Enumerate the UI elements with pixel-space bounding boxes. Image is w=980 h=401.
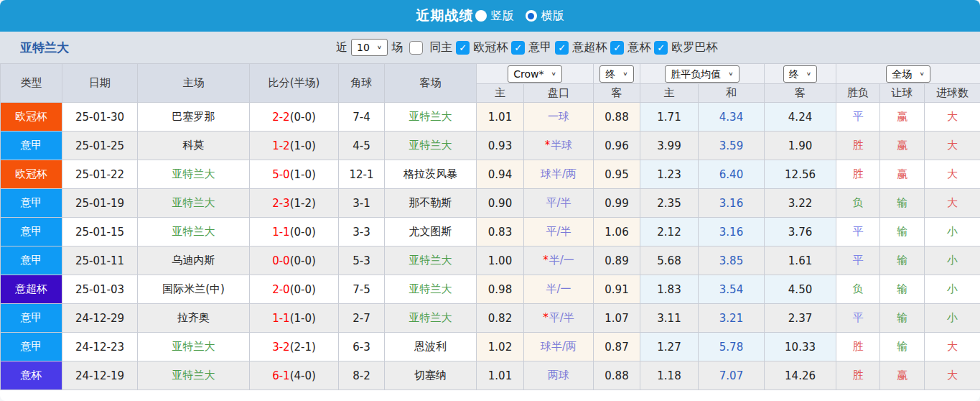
match-date: 25-01-15 <box>62 218 138 246</box>
handicap: *半/一 <box>524 246 594 275</box>
score-cell: 5-0(1-0) <box>250 160 339 189</box>
match-row: 意甲24-12-23亚特兰大3-2(2-1)6-3恩波利1.02球半/两0.87… <box>1 333 980 361</box>
avg-away-odds: 10.33 <box>765 333 836 361</box>
layout-radio-vertical-label[interactable]: 竖版 <box>491 9 514 24</box>
handicap: 两球 <box>524 361 594 390</box>
home-team: 亚特兰大 <box>138 160 250 189</box>
match-date: 24-12-23 <box>62 333 138 361</box>
odds-time-header-2: 终 ∨ <box>765 64 836 84</box>
corners: 7-5 <box>339 275 385 304</box>
competition-checkbox-europa[interactable]: ✓ <box>654 41 668 55</box>
odds-source-header: Crow* ∨ <box>477 64 594 84</box>
competition-checkbox-seriea[interactable]: ✓ <box>511 41 525 55</box>
corners: 6-3 <box>339 333 385 361</box>
full-time-score: 1-1 <box>272 312 290 325</box>
result-handicap: 赢 <box>880 132 925 160</box>
competition-checkbox-ucl[interactable]: ✓ <box>456 41 470 55</box>
result-wdl: 负 <box>836 275 880 304</box>
result-handicap: 赢 <box>880 361 925 390</box>
avg-draw-odds: 3.16 <box>699 189 765 218</box>
score-cell: 3-2(2-1) <box>250 333 339 361</box>
avg-draw-odds: 3.85 <box>699 246 765 275</box>
avg-away-odds: 2.37 <box>765 304 836 333</box>
result-goals: 大 <box>925 103 980 132</box>
results-table: 类型 日期 主场 比分(半场) 角球 客场 Crow* ∨ 终 ∨ <box>0 63 980 390</box>
avg-home-odds: 1.18 <box>640 361 699 390</box>
score-cell: 1-1(0-0) <box>250 218 339 246</box>
half-time-score: (1-0) <box>290 139 316 152</box>
avg-odds-select[interactable]: 胜平负均值 ∨ <box>665 65 739 83</box>
result-goals: 小 <box>925 218 980 246</box>
crown-home-odds: 1.00 <box>477 246 524 275</box>
score-cell: 6-1(4-0) <box>250 361 339 390</box>
home-team: 拉齐奥 <box>138 304 250 333</box>
subheader-avg-home: 主 <box>640 84 699 103</box>
avg-away-odds: 3.76 <box>765 218 836 246</box>
result-wdl: 胜 <box>836 132 880 160</box>
crown-away-odds: 0.96 <box>594 132 640 160</box>
away-team: 切塞纳 <box>385 361 477 390</box>
avg-away-odds: 12.56 <box>765 160 836 189</box>
layout-radio-horizontal[interactable] <box>526 10 537 22</box>
score-cell: 2-0(0-0) <box>250 275 339 304</box>
result-handicap: 输 <box>880 218 925 246</box>
avg-away-odds: 4.50 <box>765 275 836 304</box>
chevron-down-icon: ∨ <box>919 69 924 79</box>
handicap: *半球 <box>524 132 594 160</box>
crown-home-odds: 0.90 <box>477 189 524 218</box>
match-date: 25-01-19 <box>62 189 138 218</box>
avg-draw-odds: 3.16 <box>699 218 765 246</box>
crown-home-odds: 0.82 <box>477 304 524 333</box>
avg-draw-odds: 7.07 <box>699 361 765 390</box>
odds-time-select-1[interactable]: 终 ∨ <box>599 65 633 83</box>
result-goals: 大 <box>925 333 980 361</box>
competition-checkbox-coppa[interactable]: ✓ <box>610 41 624 55</box>
result-goals: 大 <box>925 160 980 189</box>
same-home-checkbox[interactable] <box>409 41 423 55</box>
handicap: 平/半 <box>524 218 594 246</box>
layout-radio-horizontal-label[interactable]: 横版 <box>541 9 564 24</box>
col-header-score: 比分(半场) <box>250 64 339 103</box>
half-time-score: (2-1) <box>290 341 316 354</box>
home-team: 亚特兰大 <box>138 218 250 246</box>
subheader-crown-away: 客 <box>594 84 640 103</box>
result-goals: 大 <box>925 189 980 218</box>
avg-draw-odds: 3.59 <box>699 132 765 160</box>
match-row: 欧冠杯25-01-30巴塞罗那2-2(0-0)7-4亚特兰大1.01一球0.88… <box>1 103 980 132</box>
competition-badge: 意甲 <box>1 246 62 275</box>
away-team: 恩波利 <box>385 333 477 361</box>
odds-time-select-2[interactable]: 终 ∨ <box>783 65 817 83</box>
result-handicap: 输 <box>880 246 925 275</box>
full-time-score: 6-1 <box>272 369 290 382</box>
subheader-avg-away: 客 <box>765 84 836 103</box>
result-wdl: 负 <box>836 189 880 218</box>
score-cell: 1-2(1-0) <box>250 132 339 160</box>
match-date: 25-01-11 <box>62 246 138 275</box>
avg-away-odds: 1.90 <box>765 132 836 160</box>
avg-home-odds: 1.71 <box>640 103 699 132</box>
avg-draw-odds: 4.34 <box>699 103 765 132</box>
competition-checkbox-supercoppa[interactable]: ✓ <box>555 41 569 55</box>
full-time-score: 1-1 <box>272 226 290 239</box>
scope-select[interactable]: 全场 ∨ <box>886 65 930 83</box>
odds-time-header-1: 终 ∨ <box>594 64 640 84</box>
result-wdl: 平 <box>836 218 880 246</box>
col-header-date: 日期 <box>62 64 138 103</box>
away-team: 亚特兰大 <box>385 275 477 304</box>
avg-home-odds: 1.83 <box>640 275 699 304</box>
handicap-change-star: * <box>545 139 551 152</box>
competition-badge: 意甲 <box>1 218 62 246</box>
layout-radio-vertical[interactable] <box>475 10 487 22</box>
handicap: 半/一 <box>524 275 594 304</box>
crown-home-odds: 0.98 <box>477 275 524 304</box>
subheader-crown-home: 主 <box>477 84 524 103</box>
recent-count-select[interactable]: 10 ∨ <box>351 39 388 56</box>
avg-home-odds: 5.68 <box>640 246 699 275</box>
result-goals: 小 <box>925 275 980 304</box>
odds-source-select[interactable]: Crow* ∨ <box>508 65 562 83</box>
away-team: 亚特兰大 <box>385 132 477 160</box>
crown-away-odds: 0.88 <box>594 361 640 390</box>
competition-badge: 欧冠杯 <box>1 160 62 189</box>
chevron-down-icon: ∨ <box>551 69 556 79</box>
result-wdl: 胜 <box>836 333 880 361</box>
